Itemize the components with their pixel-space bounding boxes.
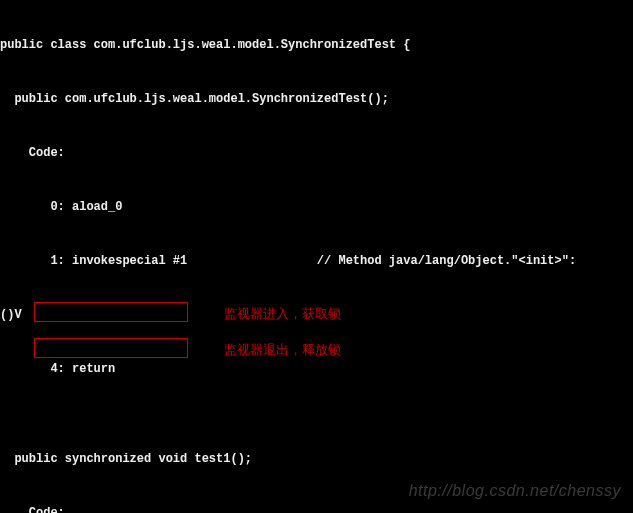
code-line: 4: return — [0, 360, 633, 378]
bytecode-output: public class com.ufclub.ljs.weal.model.S… — [0, 0, 633, 513]
code-line: public class com.ufclub.ljs.weal.model.S… — [0, 36, 633, 54]
code-line: 0: aload_0 — [0, 198, 633, 216]
code-line: public com.ufclub.ljs.weal.model.Synchro… — [0, 90, 633, 108]
code-line: public synchronized void test1(); — [0, 450, 633, 468]
code-line: 1: invokespecial #1 // Method java/lang/… — [0, 252, 633, 270]
code-line: Code: — [0, 144, 633, 162]
watermark-text: http://blog.csdn.net/chenssy — [409, 479, 621, 503]
annotation-enter: 监视器进入，获取锁 — [224, 304, 341, 324]
code-line: Code: — [0, 504, 633, 513]
annotation-exit: 监视器退出，释放锁 — [224, 340, 341, 360]
